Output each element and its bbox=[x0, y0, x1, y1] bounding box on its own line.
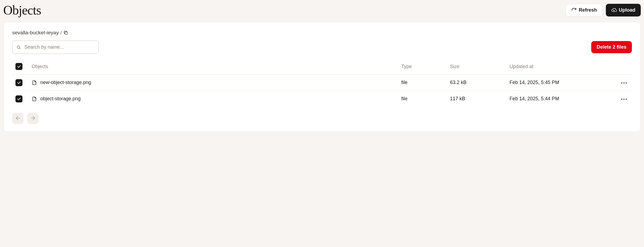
col-type: Type bbox=[401, 64, 450, 69]
upload-button[interactable]: Upload bbox=[606, 4, 641, 16]
table-row[interactable]: new-object-storage.png file 63.2 kB Feb … bbox=[12, 75, 632, 91]
file-type: file bbox=[401, 80, 450, 85]
file-size: 117 kB bbox=[450, 96, 510, 102]
pagination bbox=[12, 113, 632, 124]
svg-point-7 bbox=[626, 99, 627, 100]
refresh-icon bbox=[571, 8, 577, 13]
file-type: file bbox=[401, 96, 450, 102]
col-size: Size bbox=[450, 64, 510, 69]
prev-page-button[interactable] bbox=[12, 113, 24, 124]
delete-label: Delete 2 files bbox=[597, 44, 626, 50]
more-horizontal-icon bbox=[621, 81, 627, 85]
file-name: new-object-storage.png bbox=[40, 80, 91, 85]
svg-point-5 bbox=[621, 99, 622, 100]
row-actions-button[interactable] bbox=[619, 95, 629, 102]
objects-panel: sevalla-bucket-ieyay / Delete 2 files Ob… bbox=[3, 22, 641, 132]
svg-point-3 bbox=[623, 82, 625, 84]
file-icon bbox=[32, 96, 37, 102]
table-header: Objects Type Size Updated at bbox=[12, 59, 632, 75]
file-icon bbox=[32, 80, 37, 85]
svg-point-4 bbox=[626, 82, 627, 84]
select-all-checkbox[interactable] bbox=[15, 63, 22, 70]
col-objects: Objects bbox=[32, 64, 401, 69]
copy-icon[interactable] bbox=[63, 30, 68, 35]
svg-rect-0 bbox=[65, 32, 67, 34]
file-size: 63.2 kB bbox=[450, 80, 510, 85]
upload-label: Upload bbox=[619, 7, 635, 13]
search-input[interactable] bbox=[12, 41, 99, 54]
breadcrumb: sevalla-bucket-ieyay / bbox=[12, 30, 632, 36]
refresh-label: Refresh bbox=[579, 7, 597, 13]
objects-table: Objects Type Size Updated at new-object-… bbox=[12, 59, 632, 107]
row-checkbox[interactable] bbox=[15, 95, 22, 102]
row-checkbox[interactable] bbox=[15, 79, 22, 86]
svg-point-1 bbox=[17, 46, 20, 48]
file-updated-at: Feb 14, 2025, 5:45 PM bbox=[510, 80, 612, 85]
svg-point-6 bbox=[623, 99, 625, 100]
refresh-button[interactable]: Refresh bbox=[566, 4, 603, 16]
search-icon bbox=[17, 45, 21, 49]
page-title: Objects bbox=[3, 3, 41, 18]
table-row[interactable]: object-storage.png file 117 kB Feb 14, 2… bbox=[12, 91, 632, 107]
arrow-left-icon bbox=[15, 115, 21, 122]
col-updated-at: Updated at bbox=[510, 64, 612, 69]
arrow-right-icon bbox=[30, 115, 36, 122]
row-actions-button[interactable] bbox=[619, 79, 629, 86]
file-updated-at: Feb 14, 2025, 5:44 PM bbox=[510, 96, 612, 102]
more-horizontal-icon bbox=[621, 97, 627, 101]
breadcrumb-separator: / bbox=[60, 30, 62, 36]
svg-point-2 bbox=[621, 82, 622, 84]
next-page-button[interactable] bbox=[27, 113, 39, 124]
delete-button[interactable]: Delete 2 files bbox=[591, 41, 632, 53]
upload-cloud-icon bbox=[611, 8, 617, 13]
file-name: object-storage.png bbox=[40, 96, 81, 102]
breadcrumb-bucket[interactable]: sevalla-bucket-ieyay bbox=[12, 30, 59, 36]
